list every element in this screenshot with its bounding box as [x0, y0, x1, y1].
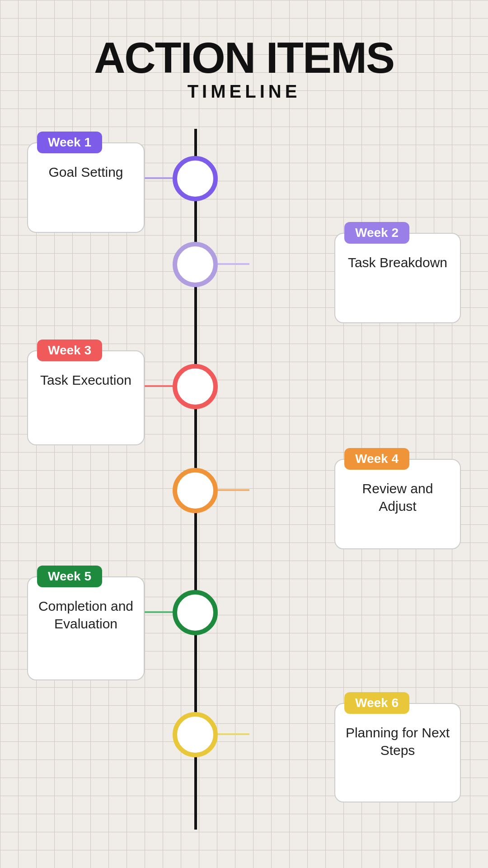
badge-week3: Week 3 — [37, 340, 102, 361]
card-body-week4: Review and Adjust — [344, 467, 451, 515]
card-week4: Week 4 Review and Adjust — [334, 459, 461, 549]
node-week4 — [173, 468, 218, 513]
card-week2: Week 2 Task Breakdown — [334, 233, 461, 323]
card-body-week2: Task Breakdown — [344, 241, 451, 271]
badge-week2: Week 2 — [344, 222, 409, 244]
card-body-week6: Planning for Next Steps — [344, 711, 451, 759]
connector-week1 — [145, 177, 173, 179]
timeline: Week 1 Goal Setting Week 2 Task Breakdow… — [0, 129, 488, 830]
page-subtitle: TIMELINE — [0, 81, 488, 102]
badge-week6: Week 6 — [344, 692, 409, 714]
node-week6 — [173, 712, 218, 757]
badge-week4: Week 4 — [344, 448, 409, 470]
connector-week3 — [145, 385, 173, 387]
card-week1: Week 1 Goal Setting — [27, 142, 145, 233]
card-week5: Week 5 Completion and Evaluation — [27, 576, 145, 680]
card-body-week5: Completion and Evaluation — [37, 585, 135, 632]
page-title: ACTION ITEMS — [0, 36, 488, 80]
connector-week2 — [218, 263, 249, 265]
node-week2 — [173, 242, 218, 287]
header: ACTION ITEMS TIMELINE — [0, 0, 488, 120]
card-week3: Week 3 Task Execution — [27, 350, 145, 445]
connector-week6 — [218, 733, 249, 735]
badge-week5: Week 5 — [37, 566, 102, 587]
connector-week5 — [145, 611, 173, 613]
badge-week1: Week 1 — [37, 132, 102, 153]
node-week1 — [173, 156, 218, 201]
node-week5 — [173, 590, 218, 635]
card-body-week3: Task Execution — [37, 359, 135, 389]
card-body-week1: Goal Setting — [37, 151, 135, 181]
card-week6: Week 6 Planning for Next Steps — [334, 703, 461, 802]
connector-week4 — [218, 489, 249, 491]
node-week3 — [173, 364, 218, 409]
